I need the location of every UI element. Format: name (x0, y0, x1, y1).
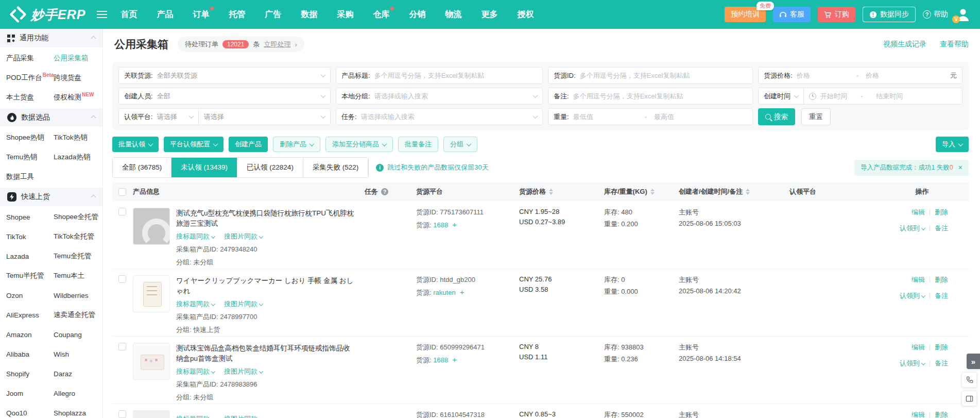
row-checkbox[interactable] (118, 208, 126, 215)
product-image[interactable] (133, 410, 170, 418)
sidebar-item[interactable]: Qoo10 (6, 403, 54, 418)
sidebar-item[interactable]: 速卖通全托管 (54, 305, 102, 325)
source-link[interactable]: 1688 (433, 221, 448, 229)
product-title[interactable]: ワイヤークリップブックマーカー しおり 手帳 金属 おしゃれ (176, 276, 356, 296)
product-image[interactable] (133, 208, 170, 245)
filter-weight-range[interactable]: 重量:最低值 -最高值 (548, 108, 753, 125)
topbar-menu-item[interactable]: 分销 (409, 9, 425, 20)
filter-claim-platform-select[interactable]: 认领平台:请选择 请选择 (118, 108, 331, 125)
toolbar-primary-button[interactable]: 创建产品 (229, 137, 268, 152)
edit-link[interactable]: 编辑 (912, 343, 925, 352)
filter-local-group-select[interactable]: 本地分组:请选择或输入搜索 (336, 88, 543, 105)
claim-to-link[interactable]: 认领到 (900, 224, 925, 233)
product-title[interactable]: 测试充气u型枕充气枕便携口袋随行枕旅行枕TPU飞机脖枕旅游三宝测试 (176, 208, 356, 228)
sort-icon[interactable] (746, 189, 750, 195)
sidebar-item[interactable]: 产品采集 (6, 48, 54, 68)
customer-service-button[interactable]: 客服 (773, 7, 811, 22)
sidebar-item[interactable]: Ozon (6, 286, 54, 305)
phone-contact-button[interactable] (961, 372, 977, 388)
search-same-image-link[interactable]: 搜图片同款 (224, 232, 263, 241)
sidebar-item[interactable]: TikTok热销 (54, 128, 102, 147)
product-image[interactable] (133, 343, 170, 380)
edit-link[interactable]: 编辑 (912, 410, 925, 418)
toolbar-secondary-button[interactable]: 分组 (443, 137, 477, 152)
sidebar-item[interactable]: Joom (6, 383, 54, 403)
topbar-menu-item[interactable]: 采购 (337, 9, 353, 20)
filter-price-range[interactable]: 货源价格:价格 -价格 元 (758, 67, 962, 84)
app-logo[interactable]: 妙手ERP (9, 6, 85, 23)
toolbar-secondary-button[interactable]: 批量备注 (398, 137, 438, 152)
delete-link[interactable]: 删除 (935, 410, 948, 418)
topbar-menu-item[interactable]: 托管 (229, 9, 245, 20)
sort-icon[interactable] (650, 189, 655, 195)
sidebar-item[interactable]: Coupang (54, 325, 102, 344)
sidebar-item[interactable]: Lazada (6, 246, 54, 266)
search-same-title-link[interactable]: 搜标题同款 (176, 299, 215, 309)
sidebar-item[interactable]: 数据工具 (6, 167, 54, 187)
row-checkbox[interactable] (118, 343, 126, 350)
help-button[interactable]: ? 帮助 (923, 10, 948, 19)
product-title[interactable]: 测试珠宝饰品盒高档包装盒结婚耳钉耳环项链戒指饰品收纳盒pu首饰盒测试 (176, 343, 356, 363)
book-training-button[interactable]: 预约培训 免费 (725, 7, 766, 22)
filter-linked-source-select[interactable]: 关联货源:全部关联货源 (118, 67, 331, 84)
add-source-icon[interactable]: + (460, 288, 465, 296)
sidebar-item[interactable]: Temu全托管 (54, 246, 102, 266)
source-link[interactable]: 1688 (433, 356, 448, 364)
sidebar-item[interactable]: 跨境货盘 (54, 68, 102, 88)
sidebar-item[interactable]: AliExpress (6, 305, 54, 325)
sidebar-item[interactable]: 公用采集箱 (54, 48, 102, 68)
sidebar-item[interactable]: Daraz (54, 364, 102, 383)
search-same-image-link[interactable]: 搜图片同款 (224, 299, 263, 309)
search-same-image-link[interactable]: 搜图片同款 (224, 414, 263, 418)
claim-to-link[interactable]: 认领到 (900, 359, 925, 368)
data-sync-button[interactable]: 数据同步 (863, 7, 916, 22)
import-button[interactable]: 导入 (936, 137, 969, 152)
sidebar-item[interactable]: Shoplazza (54, 403, 102, 418)
search-button[interactable]: 搜索 (758, 108, 795, 125)
sidebar-item[interactable]: Temu半托管 (6, 266, 54, 286)
sidebar-item[interactable]: Amazon (6, 325, 54, 344)
user-avatar[interactable]: V (955, 7, 971, 22)
sidebar-item[interactable]: Shopify (6, 364, 54, 383)
sidebar-item[interactable]: Allegro (54, 383, 102, 403)
note-link[interactable]: 备注 (935, 291, 948, 300)
side-panel-button[interactable] (961, 391, 977, 406)
product-image[interactable] (133, 275, 170, 312)
sidebar-item[interactable]: Wildberries (54, 286, 102, 305)
sidebar-item[interactable]: Lazada热销 (54, 147, 102, 167)
sidebar-section-quick-listing[interactable]: 快速上货 (0, 188, 102, 206)
search-same-title-link[interactable]: 搜标题同款 (176, 232, 215, 241)
sidebar-item[interactable]: Wish (54, 344, 102, 364)
sidebar-item[interactable]: 侵权检测 NEW (54, 88, 102, 107)
delete-link[interactable]: 删除 (935, 275, 948, 285)
status-tab[interactable]: 全部 (36785) (113, 158, 171, 177)
sidebar-item[interactable]: TikTok (6, 227, 54, 246)
note-link[interactable]: 备注 (935, 224, 948, 233)
source-link[interactable]: rakuten (433, 289, 455, 296)
sidebar-section-general[interactable]: 通用功能 (0, 29, 102, 47)
topbar-menu-item[interactable]: 数据 (301, 9, 317, 20)
select-all-checkbox[interactable] (118, 188, 126, 196)
sidebar-item[interactable]: Alibaba (6, 344, 54, 364)
sidebar-item[interactable]: Shopee热销 (6, 128, 54, 147)
toolbar-secondary-button[interactable]: 添加至分销商品 (325, 137, 393, 152)
view-help-link[interactable]: 查看帮助 (940, 40, 969, 49)
toolbar-secondary-button[interactable]: 删除产品 (273, 137, 320, 152)
video-records-link[interactable]: 视频生成记录 (883, 40, 926, 49)
topbar-menu-item[interactable]: 订单 (193, 9, 209, 20)
close-icon[interactable]: × (958, 163, 962, 172)
topbar-menu-item[interactable]: 广告 (265, 9, 281, 20)
status-tab[interactable]: 已认领 (22824) (237, 158, 303, 177)
filter-source-id-input[interactable]: 货源ID:多个用逗号分隔，支持Excel复制粘贴 (548, 67, 753, 84)
process-now-link[interactable]: 立即处理 (264, 40, 290, 49)
note-link[interactable]: 备注 (935, 359, 948, 368)
add-source-icon[interactable]: + (452, 220, 457, 229)
filter-creator-select[interactable]: 创建人员:全部 (118, 88, 331, 105)
delete-link[interactable]: 删除 (935, 208, 948, 217)
toolbar-primary-button[interactable]: 平台认领配置 (164, 137, 223, 152)
add-source-icon[interactable]: + (452, 355, 457, 364)
collapse-panel-button[interactable]: » (967, 354, 980, 369)
topbar-menu-item[interactable]: 仓库 (373, 9, 389, 20)
delete-link[interactable]: 删除 (935, 343, 948, 352)
claim-to-link[interactable]: 认领到 (900, 291, 925, 300)
